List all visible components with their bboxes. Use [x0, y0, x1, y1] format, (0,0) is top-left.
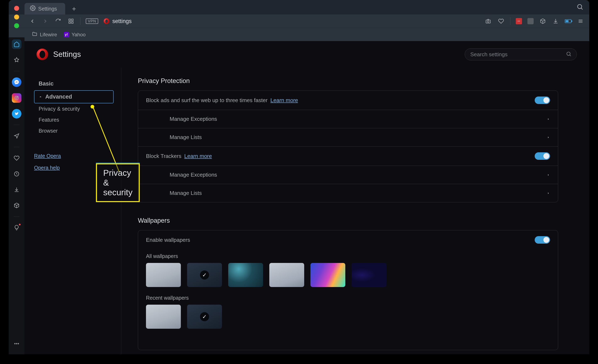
- nav-privacy-security[interactable]: Privacy & security: [34, 103, 114, 114]
- sidebar-extensions-icon[interactable]: [12, 201, 21, 210]
- bookmark-label: Yahoo: [72, 32, 86, 38]
- learn-more-link[interactable]: Learn more: [270, 97, 298, 104]
- wallpaper-thumb-selected[interactable]: ✓: [187, 305, 222, 329]
- extension-icon[interactable]: [527, 18, 534, 24]
- sidebar-twitter-icon[interactable]: [12, 109, 21, 119]
- folder-icon: [32, 31, 37, 38]
- row-manage-lists-ads[interactable]: Manage Lists: [138, 128, 558, 146]
- wallpaper-thumb[interactable]: [146, 263, 181, 287]
- svg-point-0: [32, 8, 34, 9]
- svg-rect-3: [71, 19, 73, 21]
- nav-advanced-label: Advanced: [45, 94, 72, 100]
- link-rate-opera[interactable]: Rate Opera: [34, 153, 114, 159]
- gear-icon: [30, 5, 36, 12]
- bookmark-lifewire[interactable]: Lifewire: [32, 31, 57, 38]
- battery-icon[interactable]: [565, 19, 571, 23]
- row-enable-wallpapers: Enable wallpapers: [138, 230, 558, 250]
- toolbar: VPN settings •••: [9, 15, 589, 28]
- search-icon: [566, 51, 572, 58]
- wallpaper-thumb[interactable]: [146, 305, 181, 329]
- bookmark-label: Lifewire: [40, 32, 57, 38]
- tab-search-button[interactable]: [576, 3, 583, 11]
- check-icon: ✓: [187, 263, 222, 287]
- address-bar[interactable]: settings: [104, 18, 132, 24]
- sidebar-messenger-icon[interactable]: [12, 77, 21, 87]
- heart-icon[interactable]: [497, 17, 505, 25]
- sidebar-instagram-icon[interactable]: [12, 93, 21, 103]
- opera-logo-icon: [37, 49, 48, 60]
- cube-icon[interactable]: [539, 17, 547, 25]
- annotation-callout: Privacy & security: [96, 163, 140, 202]
- sidebar-home-icon[interactable]: [12, 40, 21, 49]
- caret-up-icon: [39, 94, 42, 100]
- row-all-wallpapers: All wallpapers ✓ Recent wallpapers: [138, 250, 558, 350]
- sidebar-heart-icon[interactable]: [12, 153, 21, 163]
- speed-dial-button[interactable]: [67, 17, 75, 25]
- wallpaper-grid-all: ✓: [146, 263, 386, 287]
- separator: [14, 71, 19, 71]
- settings-search[interactable]: [465, 48, 577, 60]
- opera-icon: [104, 18, 109, 24]
- row-manage-exceptions-ads[interactable]: Manage Exceptions: [138, 110, 558, 128]
- nav-advanced[interactable]: Advanced: [34, 90, 114, 103]
- section-title-wallpapers: Wallpapers: [138, 217, 558, 224]
- sidebar-history-icon[interactable]: [12, 169, 21, 179]
- toggle-block-trackers[interactable]: [535, 152, 550, 160]
- side-panel: [9, 37, 25, 354]
- close-window-button[interactable]: [14, 6, 19, 11]
- settings-nav: Basic Advanced Privacy & security Featur…: [25, 68, 121, 354]
- wallpaper-thumb[interactable]: [351, 263, 386, 287]
- notification-dot: [18, 223, 21, 226]
- svg-rect-4: [69, 22, 71, 23]
- tab-settings[interactable]: Settings: [25, 3, 65, 15]
- new-tab-button[interactable]: +: [68, 3, 80, 15]
- wallpaper-thumb-selected[interactable]: ✓: [187, 263, 222, 287]
- svg-rect-5: [71, 22, 73, 23]
- separator: [14, 147, 19, 147]
- settings-main: Privacy Protection Block ads and surf th…: [121, 68, 589, 354]
- toggle-enable-wallpapers[interactable]: [535, 236, 550, 244]
- toggle-block-ads[interactable]: [535, 97, 550, 104]
- tab-strip: Settings +: [9, 0, 589, 15]
- nav-basic[interactable]: Basic: [34, 77, 114, 90]
- reload-button[interactable]: [54, 17, 62, 25]
- extension-lastpass-icon[interactable]: •••: [516, 18, 522, 24]
- download-icon[interactable]: [552, 17, 559, 25]
- wallpaper-group-label: All wallpapers: [146, 253, 178, 259]
- wallpaper-thumb[interactable]: [269, 263, 304, 287]
- row-block-ads: Block ads and surf the web up to three t…: [138, 91, 558, 110]
- sidebar-more-icon[interactable]: [12, 339, 21, 348]
- bookmark-yahoo[interactable]: y! Yahoo: [64, 32, 86, 38]
- nav-browser[interactable]: Browser: [34, 125, 114, 136]
- vpn-badge[interactable]: VPN: [86, 18, 98, 24]
- row-manage-exceptions-trackers[interactable]: Manage Exceptions: [138, 166, 558, 184]
- chevron-right-icon: [547, 172, 550, 178]
- snapshot-icon[interactable]: [484, 17, 492, 25]
- wallpaper-thumb[interactable]: [310, 263, 345, 287]
- page-title: Settings: [53, 50, 81, 59]
- window-controls: [14, 6, 19, 28]
- minimize-window-button[interactable]: [14, 15, 19, 19]
- forward-button[interactable]: [42, 17, 49, 25]
- sidebar-downloads-icon[interactable]: [12, 185, 21, 194]
- row-label: Manage Exceptions: [170, 116, 217, 122]
- svg-rect-2: [69, 19, 71, 21]
- easy-setup-icon[interactable]: [577, 17, 584, 25]
- wallpaper-thumb[interactable]: [228, 263, 263, 287]
- sidebar-bulb-icon[interactable]: [12, 223, 21, 232]
- check-icon: ✓: [187, 305, 222, 329]
- page-content: Settings Basic Advanced Privacy & securi…: [25, 41, 589, 354]
- chevron-right-icon: [547, 134, 550, 140]
- maximize-window-button[interactable]: [14, 23, 19, 28]
- back-button[interactable]: [29, 17, 36, 25]
- separator: [510, 17, 510, 25]
- row-manage-lists-trackers[interactable]: Manage Lists: [138, 184, 558, 202]
- card-privacy-protection: Block ads and surf the web up to three t…: [138, 90, 558, 202]
- sidebar-send-icon[interactable]: [12, 131, 21, 141]
- svg-point-15: [567, 52, 570, 55]
- sidebar-bookmarks-icon[interactable]: [12, 55, 21, 65]
- learn-more-link[interactable]: Learn more: [184, 153, 212, 159]
- svg-point-14: [18, 343, 19, 344]
- nav-features[interactable]: Features: [34, 114, 114, 125]
- settings-search-input[interactable]: [470, 51, 563, 58]
